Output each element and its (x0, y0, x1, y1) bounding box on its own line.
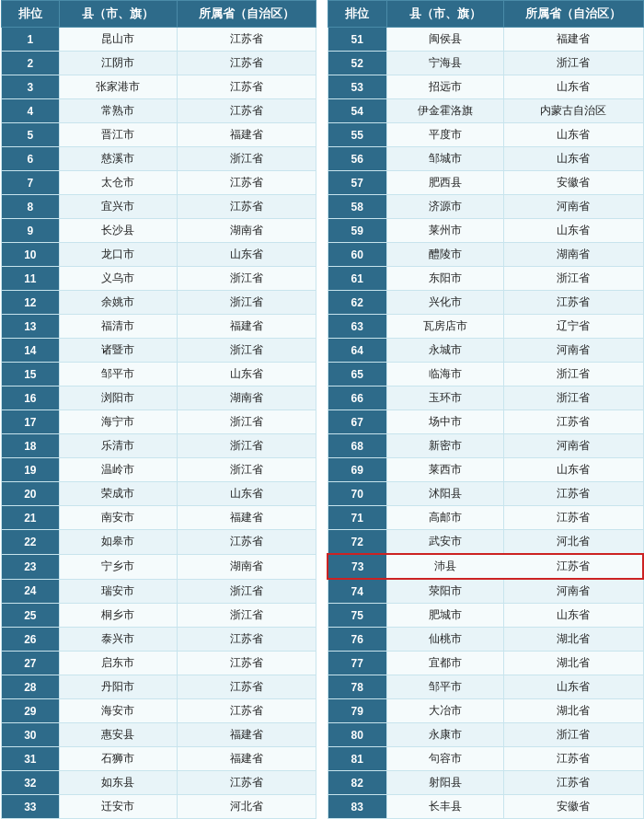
table-row: 13福清市福建省63瓦房店市辽宁省 (1, 315, 643, 339)
table-row: 1昆山市江苏省51闽侯县福建省 (1, 28, 643, 52)
province-right: 安徽省 (504, 795, 643, 819)
province-left: 福建省 (177, 506, 316, 530)
rank-left: 19 (1, 458, 60, 482)
county-right: 高邮市 (386, 506, 503, 530)
county-right: 大冶市 (386, 699, 503, 723)
province-left: 江苏省 (177, 52, 316, 75)
county-right: 临海市 (386, 363, 503, 386)
province-left: 湖南省 (177, 219, 316, 243)
rank-right: 79 (328, 699, 386, 723)
province-right: 江苏省 (504, 291, 643, 315)
rank-right: 57 (328, 171, 386, 195)
spacer (316, 195, 328, 219)
province-right: 湖北省 (504, 628, 643, 652)
province-right: 浙江省 (504, 267, 643, 291)
county-right: 玉环市 (386, 386, 503, 410)
rank-right: 53 (328, 75, 386, 99)
province-right: 浙江省 (504, 723, 643, 747)
province-right: 山东省 (504, 147, 643, 171)
rank-left: 5 (1, 123, 60, 147)
rank-left: 28 (1, 675, 60, 699)
rank-right: 54 (328, 99, 386, 123)
county-right: 闽侯县 (386, 28, 503, 52)
rank-right: 73 (328, 554, 386, 579)
province-right: 湖北省 (504, 652, 643, 675)
county-right: 永城市 (386, 339, 503, 363)
table-row: 4常熟市江苏省54伊金霍洛旗内蒙古自治区 (1, 99, 643, 123)
rank-right: 64 (328, 339, 386, 363)
col-rank-right: 排位 (328, 1, 386, 28)
table-row: 2江阴市江苏省52宁海县浙江省 (1, 52, 643, 75)
table-row: 8宜兴市江苏省58济源市河南省 (1, 195, 643, 219)
province-right: 福建省 (504, 28, 643, 52)
rank-left: 30 (1, 723, 60, 747)
spacer (316, 652, 328, 675)
spacer (316, 99, 328, 123)
table-row: 26泰兴市江苏省76仙桃市湖北省 (1, 628, 643, 652)
rank-left: 15 (1, 363, 60, 386)
province-left: 湖南省 (177, 554, 316, 579)
rank-left: 9 (1, 219, 60, 243)
county-right: 永康市 (386, 723, 503, 747)
table-row: 5晋江市福建省55平度市山东省 (1, 123, 643, 147)
county-left: 瑞安市 (60, 579, 177, 604)
spacer (316, 723, 328, 747)
col-rank-left: 排位 (1, 1, 60, 28)
spacer (316, 530, 328, 555)
spacer (316, 554, 328, 579)
province-right: 江苏省 (504, 771, 643, 795)
county-right: 沛县 (386, 554, 503, 579)
rank-right: 56 (328, 147, 386, 171)
rank-right: 51 (328, 28, 386, 52)
table-row: 33迁安市河北省83长丰县安徽省 (1, 795, 643, 819)
spacer (316, 219, 328, 243)
table-row: 25桐乡市浙江省75肥城市山东省 (1, 604, 643, 628)
rank-right: 62 (328, 291, 386, 315)
county-right: 莱州市 (386, 219, 503, 243)
spacer (316, 267, 328, 291)
table-row: 28丹阳市江苏省78邹平市山东省 (1, 675, 643, 699)
rank-left: 1 (1, 28, 60, 52)
spacer (316, 386, 328, 410)
county-left: 宁乡市 (60, 554, 177, 579)
table-row: 32如东县江苏省82射阳县江苏省 (1, 771, 643, 795)
county-left: 丹阳市 (60, 675, 177, 699)
table-row: 30惠安县福建省80永康市浙江省 (1, 723, 643, 747)
spacer (316, 482, 328, 506)
table-row: 22如皋市江苏省72武安市河北省 (1, 530, 643, 555)
table-row: 24瑞安市浙江省74荥阳市河南省 (1, 579, 643, 604)
rank-left: 29 (1, 699, 60, 723)
county-left: 宜兴市 (60, 195, 177, 219)
county-right: 武安市 (386, 530, 503, 555)
spacer (316, 363, 328, 386)
col-spacer (316, 1, 328, 28)
province-left: 山东省 (177, 243, 316, 267)
rank-right: 74 (328, 579, 386, 604)
spacer (316, 123, 328, 147)
table-row: 14诸暨市浙江省64永城市河南省 (1, 339, 643, 363)
county-right: 邹平市 (386, 675, 503, 699)
province-left: 浙江省 (177, 579, 316, 604)
rank-left: 20 (1, 482, 60, 506)
province-left: 江苏省 (177, 652, 316, 675)
rank-left: 31 (1, 747, 60, 771)
province-right: 山东省 (504, 458, 643, 482)
county-right: 宜都市 (386, 652, 503, 675)
province-left: 浙江省 (177, 604, 316, 628)
spacer (316, 171, 328, 195)
rank-left: 32 (1, 771, 60, 795)
county-left: 桐乡市 (60, 604, 177, 628)
county-right: 肥城市 (386, 604, 503, 628)
county-right: 长丰县 (386, 795, 503, 819)
table-row: 23宁乡市湖南省73沛县江苏省 (1, 554, 643, 579)
province-left: 浙江省 (177, 434, 316, 458)
county-right: 醴陵市 (386, 243, 503, 267)
province-right: 安徽省 (504, 171, 643, 195)
rank-right: 65 (328, 363, 386, 386)
table-row: 12余姚市浙江省62兴化市江苏省 (1, 291, 643, 315)
province-right: 山东省 (504, 604, 643, 628)
province-left: 江苏省 (177, 171, 316, 195)
col-province-left: 所属省（自治区） (177, 1, 316, 28)
province-right: 辽宁省 (504, 315, 643, 339)
rank-right: 61 (328, 267, 386, 291)
